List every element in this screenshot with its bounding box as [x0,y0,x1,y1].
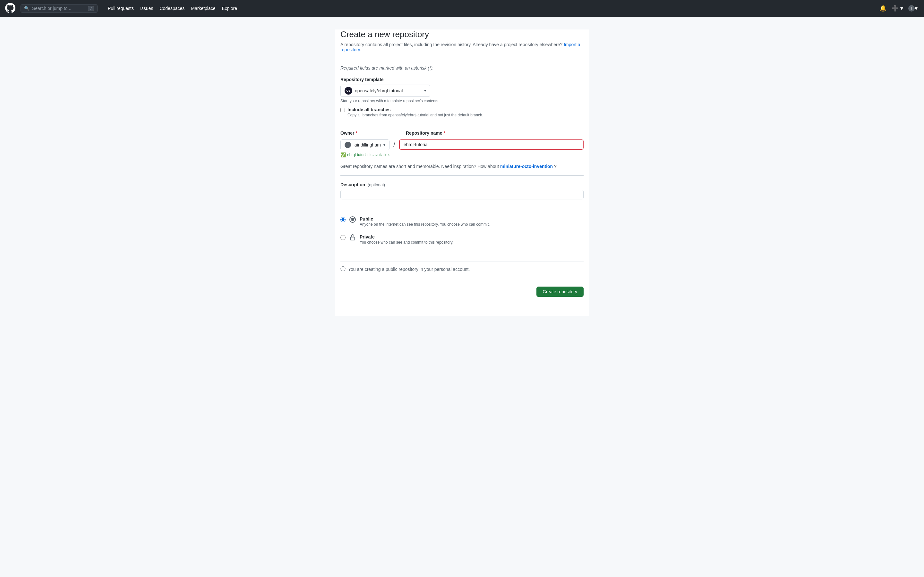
divider-inspiration [341,175,583,176]
divider-visibility [341,255,583,255]
owner-dropdown[interactable]: iaindillingham ▾ [341,139,389,150]
divider-top [341,59,583,59]
template-label: Repository template [341,77,583,82]
search-shortcut: / [88,6,94,11]
private-desc: You choose who can see and commit to thi… [360,240,583,245]
divider-description [341,206,583,206]
private-option: Private You choose who can see and commi… [341,230,583,248]
create-btn-row: Create repository [341,282,583,297]
visibility-section: Public Anyone on the internet can see th… [341,213,583,248]
private-radio[interactable] [341,235,346,240]
slash-separator: / [392,141,397,149]
nav-explore[interactable]: Explore [220,4,240,13]
repo-name-label: Repository name * [406,131,583,135]
public-radio[interactable] [341,217,346,222]
chevron-down-icon: ▾ [383,143,385,147]
page-content: Create a new repository A repository con… [335,29,589,316]
description-label: Description (optional) [341,182,583,187]
divider-template [341,124,583,124]
required-note: Required fields are marked with an aster… [341,65,583,71]
owner-name: iaindillingham [354,142,381,147]
info-note: You are creating a public repository in … [348,267,470,272]
notifications-button[interactable]: 🔔 [878,3,888,13]
private-label[interactable]: Private [360,234,375,239]
page-title: Create a new repository [341,29,583,39]
template-help: Start your repository with a template re… [341,99,583,103]
include-all-branches-row: Include all branches Copy all branches f… [341,107,583,117]
nav-codespaces[interactable]: Codespaces [157,4,187,13]
description-section: Description (optional) [341,182,583,199]
check-icon: ✅ [341,152,346,157]
avatar: I [908,5,915,11]
include-all-branches-label[interactable]: Include all branches [347,107,391,112]
owner-avatar [344,142,351,148]
navbar-nav: Pull requests Issues Codespaces Marketpl… [105,4,240,13]
owner-label: Owner * [341,131,398,135]
svg-rect-0 [351,219,354,221]
create-button[interactable]: ➕ ▾ [890,3,905,13]
include-all-branches-checkbox[interactable] [341,108,345,112]
nav-issues[interactable]: Issues [137,4,156,13]
repo-name-input[interactable] [400,140,583,149]
chevron-down-icon: ▾ [424,89,426,93]
public-icon [349,216,356,224]
page-subtitle: A repository contains all project files,… [341,42,583,52]
template-dropdown[interactable]: OS opensafely/ehrql-tutorial ▾ [341,85,430,97]
svg-rect-1 [351,218,355,219]
search-icon: 🔍 [24,6,29,11]
owner-repo-section: Owner * Repository name * iaindillingham… [341,131,583,157]
suggestion-link[interactable]: miniature-octo-invention [500,164,553,169]
private-icon [349,234,356,242]
description-input[interactable] [341,190,583,199]
owner-repo-row: iaindillingham ▾ / [341,139,583,150]
info-box: ⓘ You are creating a public repository i… [341,261,583,276]
info-icon: ⓘ [341,266,346,272]
navbar-right: 🔔 ➕ ▾ I ▾ [878,3,919,13]
template-value: opensafely/ehrql-tutorial [355,88,403,93]
user-menu-button[interactable]: I ▾ [907,3,919,13]
public-desc: Anyone on the internet can see this repo… [360,222,583,227]
navbar: 🔍 Search or jump to... / Pull requests I… [0,0,924,17]
search-placeholder: Search or jump to... [32,6,86,11]
repo-name-container [399,139,583,150]
public-label[interactable]: Public [360,216,373,221]
nav-marketplace[interactable]: Marketplace [188,4,218,13]
search-bar[interactable]: 🔍 Search or jump to... / [21,4,97,13]
github-logo[interactable] [5,3,15,14]
template-section: Repository template OS opensafely/ehrql-… [341,77,583,117]
public-option: Public Anyone on the internet can see th… [341,213,583,230]
template-icon: OS [344,87,352,95]
create-repository-button[interactable]: Create repository [536,287,583,297]
nav-pull-requests[interactable]: Pull requests [105,4,136,13]
include-all-branches-desc: Copy all branches from opensafely/ehrql-… [347,113,483,117]
inspiration-text: Great repository names are short and mem… [341,164,583,169]
repo-available-message: ✅ ehrql-tutorial is available. [341,152,583,157]
